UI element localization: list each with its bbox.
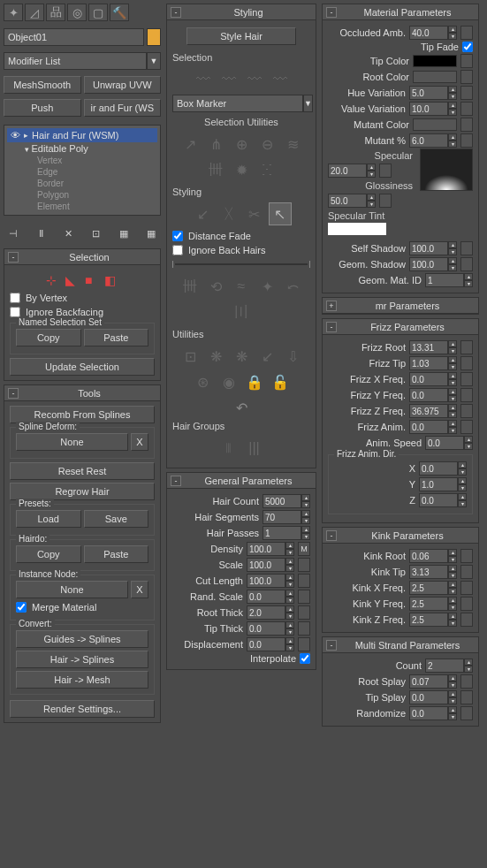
m-button[interactable]: [460, 54, 473, 68]
clear-button[interactable]: X: [131, 433, 148, 451]
hair-passes-input[interactable]: [263, 526, 301, 540]
copy-button[interactable]: Copy: [16, 545, 81, 563]
style-d-icon[interactable]: ✦: [255, 275, 278, 298]
vertex-icon[interactable]: ⊹: [46, 273, 60, 287]
update-selection-button[interactable]: Update Selection: [10, 358, 155, 376]
displacement-input[interactable]: [247, 637, 285, 651]
m-button[interactable]: [379, 164, 392, 178]
m-button[interactable]: [460, 86, 473, 100]
m-button[interactable]: [298, 558, 310, 572]
select-hair-a-icon[interactable]: 〰: [192, 68, 215, 91]
specular-tint-swatch[interactable]: [328, 223, 386, 235]
kink-x-input[interactable]: [409, 581, 448, 595]
distance-fade-check[interactable]: [172, 231, 183, 241]
stack-sub[interactable]: Polygon: [7, 189, 157, 201]
collapse-icon[interactable]: -: [171, 7, 181, 18]
self-shadow-input[interactable]: [409, 241, 448, 255]
m-button[interactable]: [298, 621, 310, 636]
hair-count-input[interactable]: [263, 494, 301, 508]
tip-splay-input[interactable]: [409, 690, 448, 704]
frizz-z-input[interactable]: [409, 404, 448, 418]
hair-splines-button[interactable]: Hair -> Splines: [16, 651, 148, 668]
marker-type-input[interactable]: [172, 95, 303, 112]
scale-input[interactable]: [247, 558, 285, 572]
save-button[interactable]: Save: [84, 510, 149, 528]
edge-icon[interactable]: ◣: [65, 273, 80, 287]
util-d-icon[interactable]: ⊖: [255, 133, 278, 156]
meshsmooth-button[interactable]: MeshSmooth: [4, 76, 81, 94]
value-var-input[interactable]: [409, 102, 448, 116]
tip-thick-input[interactable]: [247, 621, 285, 636]
m-button[interactable]: [460, 549, 473, 563]
util-h-icon[interactable]: ⵘ: [255, 158, 278, 181]
util-e-icon[interactable]: ≋: [281, 133, 304, 156]
style-b-icon[interactable]: ⟲: [204, 275, 227, 298]
utilities-icon[interactable]: 🔨: [110, 4, 129, 21]
regrow-hair-button[interactable]: Regrow Hair: [10, 483, 155, 500]
stack-sub[interactable]: Vertex: [7, 155, 157, 166]
m-button[interactable]: [460, 372, 473, 386]
root-color-swatch[interactable]: [413, 71, 457, 83]
util3-icon[interactable]: ❋: [230, 345, 253, 368]
guides-splines-button[interactable]: Guides -> Splines: [16, 630, 148, 648]
object-color-swatch[interactable]: [147, 28, 161, 46]
select-hair-d-icon[interactable]: 〰: [269, 68, 292, 91]
style-f-icon[interactable]: 〣: [230, 301, 253, 324]
bulb-icon[interactable]: Ⅱ: [33, 225, 49, 241]
paste-button[interactable]: Paste: [84, 329, 149, 346]
glossiness-input[interactable]: [328, 194, 367, 208]
m-button[interactable]: [298, 637, 310, 651]
recomb-button[interactable]: Recomb From Splines: [10, 406, 155, 423]
show-icon[interactable]: ✕: [60, 225, 76, 241]
group-a-icon[interactable]: ⦀: [217, 437, 240, 460]
reset-rest-button[interactable]: Reset Rest: [10, 462, 155, 480]
stack-item[interactable]: ▾ Editable Poly: [7, 142, 157, 155]
modifier-stack[interactable]: 👁 ▸ Hair and Fur (WSM) ▾ Editable Poly V…: [4, 125, 161, 216]
util1-icon[interactable]: ⊡: [179, 345, 202, 368]
undo-icon[interactable]: ↶: [172, 397, 310, 419]
rand-scale-input[interactable]: [247, 590, 285, 604]
util-b-icon[interactable]: ⋔: [204, 133, 227, 156]
collapse-icon[interactable]: -: [326, 530, 337, 541]
style-hair-button[interactable]: Style Hair: [186, 27, 297, 45]
select-hair-b-icon[interactable]: 〰: [217, 68, 240, 91]
hierarchy-icon[interactable]: 品: [46, 4, 65, 21]
m-button[interactable]: [460, 690, 473, 704]
m-button[interactable]: [460, 388, 473, 402]
style-c-icon[interactable]: ≈: [230, 275, 253, 298]
mutant-pct-input[interactable]: [409, 133, 448, 148]
util5-icon[interactable]: ⇩: [281, 345, 304, 368]
m-button[interactable]: [460, 241, 473, 255]
tool-a-icon[interactable]: ᚷ: [217, 202, 240, 225]
create-icon[interactable]: ✦: [4, 4, 23, 21]
cut-length-input[interactable]: [247, 574, 285, 588]
m-button[interactable]: [460, 565, 473, 579]
util-a-icon[interactable]: ↗: [179, 133, 202, 156]
by-vertex-check[interactable]: [10, 293, 20, 303]
m-button[interactable]: [460, 118, 473, 132]
element-icon[interactable]: ◧: [104, 273, 118, 287]
motion-icon[interactable]: ◎: [67, 4, 87, 21]
render-settings-button[interactable]: Render Settings...: [10, 700, 155, 718]
arrow-icon[interactable]: ↖: [269, 202, 292, 225]
m-button[interactable]: [460, 356, 473, 370]
m-button[interactable]: [460, 70, 473, 84]
hue-var-input[interactable]: [409, 86, 448, 100]
clear-button[interactable]: X: [131, 581, 148, 598]
count-input[interactable]: [425, 659, 464, 673]
expand-icon[interactable]: ▸: [24, 131, 28, 140]
m-button[interactable]: [298, 590, 310, 604]
paste-button[interactable]: Paste: [84, 545, 149, 563]
util6-icon[interactable]: ⊛: [192, 370, 215, 393]
m-button[interactable]: [298, 605, 310, 620]
frizz-x-input[interactable]: [409, 372, 448, 386]
root-thick-input[interactable]: [247, 605, 285, 620]
frizz-anim-input[interactable]: [409, 420, 448, 434]
collapse-icon[interactable]: -: [8, 252, 19, 263]
tip-color-swatch[interactable]: [413, 55, 457, 67]
ignore-back-hairs-check[interactable]: [172, 245, 183, 255]
util-f-icon[interactable]: 卌: [204, 158, 227, 181]
frizz-y-input[interactable]: [409, 388, 448, 402]
randomize-input[interactable]: [409, 706, 448, 720]
ignore-backfacing-check[interactable]: [10, 307, 20, 317]
